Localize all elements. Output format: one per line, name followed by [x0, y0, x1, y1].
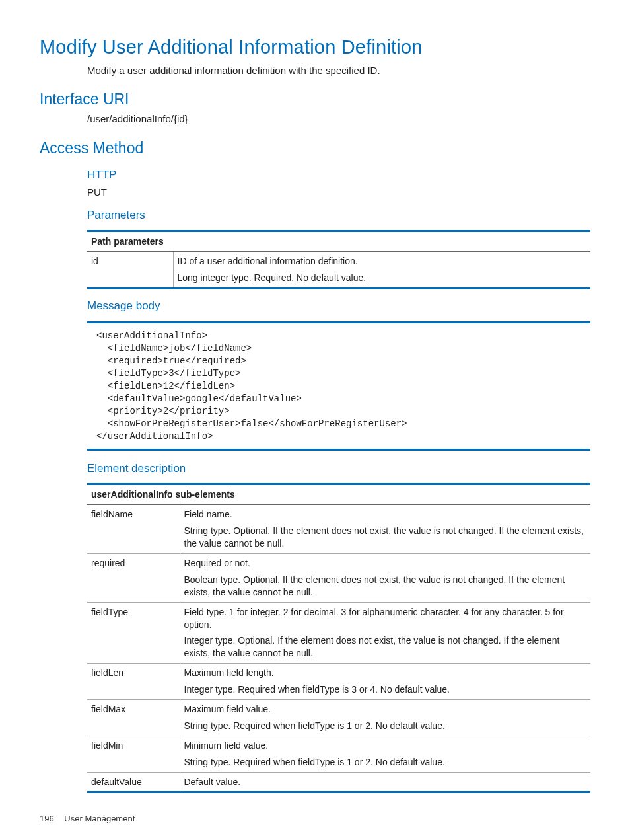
table-header: userAdditionalInfo sub-elements — [87, 484, 590, 505]
desc-line: String type. Optional. If the element do… — [184, 525, 587, 550]
table-row: id ID of a user additional information d… — [87, 251, 590, 288]
table-row: fieldMin Minimum field value. String typ… — [87, 736, 590, 772]
desc-line: Maximum field value. — [184, 703, 587, 716]
desc-line: Minimum field value. — [184, 740, 587, 752]
desc-line: Maximum field length. — [184, 667, 587, 679]
desc-line: String type. Required when fieldType is … — [184, 756, 587, 769]
element-name: required — [87, 553, 180, 602]
desc-line: Integer type. Optional. If the element d… — [184, 634, 587, 660]
table-header: Path parameters — [87, 231, 590, 251]
param-desc-line: Long integer type. Required. No default … — [178, 272, 587, 284]
interface-uri-value: /user/additionalInfo/{id} — [87, 112, 590, 126]
element-desc: Field type. 1 for integer. 2 for decimal… — [180, 602, 590, 664]
page-number: 196 — [40, 814, 54, 823]
param-desc: ID of a user additional information defi… — [173, 251, 590, 288]
path-parameters-table: Path parameters id ID of a user addition… — [87, 230, 590, 289]
param-name: id — [87, 251, 173, 288]
interface-uri-heading: Interface URI — [40, 89, 590, 110]
desc-line: Field name. — [184, 508, 587, 521]
access-method-heading: Access Method — [40, 138, 590, 159]
desc-line: Required or not. — [184, 557, 587, 570]
table-row: fieldLen Maximum field length. Integer t… — [87, 664, 590, 700]
desc-line: String type. Required when fieldType is … — [184, 720, 587, 732]
element-desc: Field name. String type. Optional. If th… — [180, 505, 590, 554]
element-description-heading: Element description — [87, 461, 590, 477]
parameters-heading: Parameters — [87, 208, 590, 223]
element-desc: Maximum field value. String type. Requir… — [180, 700, 590, 736]
element-desc: Minimum field value. String type. Requir… — [180, 736, 590, 772]
page-description: Modify a user additional information def… — [87, 64, 590, 77]
element-name: fieldMax — [87, 700, 180, 736]
desc-line: Field type. 1 for integer. 2 for decimal… — [184, 606, 587, 631]
element-name: fieldType — [87, 602, 180, 664]
message-body-heading: Message body — [87, 299, 590, 314]
desc-line: Boolean type. Optional. If the element d… — [184, 574, 587, 599]
desc-line: Integer type. Required when fieldType is… — [184, 683, 587, 696]
table-row: fieldMax Maximum field value. String typ… — [87, 700, 590, 736]
page-title: Modify User Additional Information Defin… — [40, 34, 590, 60]
desc-line: Default value. — [184, 776, 587, 788]
sub-elements-table: userAdditionalInfo sub-elements fieldNam… — [87, 483, 590, 793]
param-desc-line: ID of a user additional information defi… — [178, 255, 587, 268]
element-desc: Default value. — [180, 772, 590, 792]
footer-section: User Management — [64, 814, 135, 823]
element-desc: Maximum field length. Integer type. Requ… — [180, 664, 590, 700]
http-heading: HTTP — [87, 168, 590, 183]
element-desc: Required or not. Boolean type. Optional.… — [180, 553, 590, 602]
element-name: fieldName — [87, 505, 180, 554]
element-name: fieldMin — [87, 736, 180, 772]
message-body-code: <userAdditionalInfo> <fieldName>job</fie… — [87, 321, 590, 451]
table-row: defaultValue Default value. — [87, 772, 590, 792]
table-row: fieldType Field type. 1 for integer. 2 f… — [87, 602, 590, 664]
table-row: required Required or not. Boolean type. … — [87, 553, 590, 602]
table-row: fieldName Field name. String type. Optio… — [87, 505, 590, 554]
element-name: fieldLen — [87, 664, 180, 700]
page-footer: 196 User Management — [40, 813, 590, 825]
element-name: defaultValue — [87, 772, 180, 792]
http-method: PUT — [87, 186, 590, 199]
